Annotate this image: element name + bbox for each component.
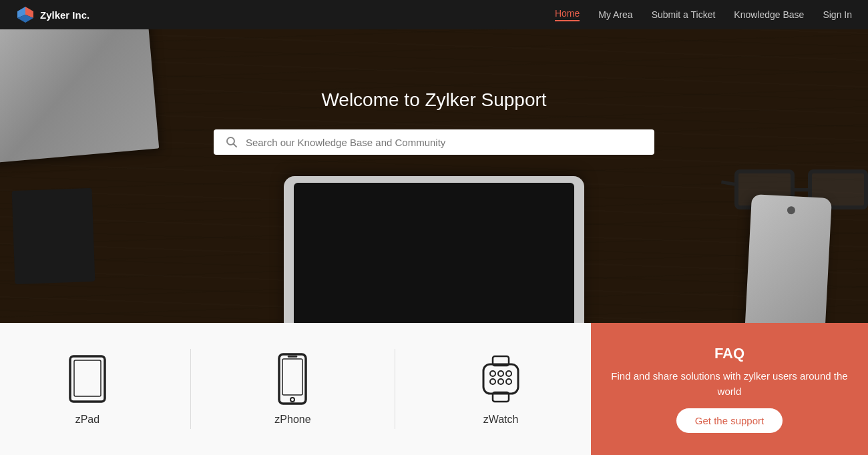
nav-submit-ticket[interactable]: Submit a Ticket <box>652 9 716 20</box>
svg-rect-8 <box>279 354 306 404</box>
products-section: zPad zPhone <box>0 323 591 455</box>
svg-point-16 <box>498 371 503 376</box>
search-icon <box>226 136 238 148</box>
hero-content: Welcome to Zylker Support <box>0 89 868 155</box>
svg-point-19 <box>498 379 503 384</box>
svg-point-17 <box>506 371 511 376</box>
divider-1 <box>190 349 191 429</box>
product-zpad[interactable]: zPad <box>69 352 106 426</box>
nav-links: Home My Area Submit a Ticket Knowledge B… <box>555 8 852 21</box>
zpad-label: zPad <box>75 414 99 426</box>
tablet-decoration <box>284 176 584 323</box>
hero-title: Welcome to Zylker Support <box>321 89 546 111</box>
navbar: Zylker Inc. Home My Area Submit a Ticket… <box>0 0 868 29</box>
svg-line-4 <box>234 144 237 147</box>
search-input[interactable] <box>246 137 642 148</box>
product-zwatch[interactable]: zWatch <box>479 352 522 426</box>
divider-2 <box>395 349 395 429</box>
zphone-icon <box>278 352 307 406</box>
get-support-button[interactable]: Get the support <box>676 408 783 433</box>
svg-point-20 <box>506 379 511 384</box>
bottom-section: zPad zPhone <box>0 323 868 455</box>
notebook-decoration <box>12 188 95 284</box>
nav-home[interactable]: Home <box>555 8 580 21</box>
logo-text: Zylker Inc. <box>40 9 89 21</box>
phone-decoration <box>744 194 832 323</box>
faq-description: Find and share solutions with zylker use… <box>611 369 848 399</box>
svg-rect-6 <box>74 360 101 396</box>
svg-point-15 <box>490 371 495 376</box>
hero-section: Welcome to Zylker Support <box>0 29 868 323</box>
zwatch-icon <box>479 352 522 406</box>
logo[interactable]: Zylker Inc. <box>16 5 89 24</box>
nav-my-area[interactable]: My Area <box>598 9 632 20</box>
svg-rect-9 <box>282 359 302 395</box>
svg-point-10 <box>290 398 294 402</box>
zpad-icon <box>69 352 106 406</box>
logo-icon <box>16 5 35 24</box>
product-zphone[interactable]: zPhone <box>274 352 310 426</box>
svg-rect-5 <box>70 356 105 402</box>
nav-knowledge-base[interactable]: Knowledge Base <box>734 9 804 20</box>
search-bar <box>214 129 654 155</box>
svg-point-18 <box>490 379 495 384</box>
zphone-label: zPhone <box>274 414 310 426</box>
faq-title: FAQ <box>714 345 744 362</box>
faq-section: FAQ Find and share solutions with zylker… <box>591 323 868 455</box>
nav-sign-in[interactable]: Sign In <box>823 9 852 20</box>
zwatch-label: zWatch <box>483 414 519 426</box>
